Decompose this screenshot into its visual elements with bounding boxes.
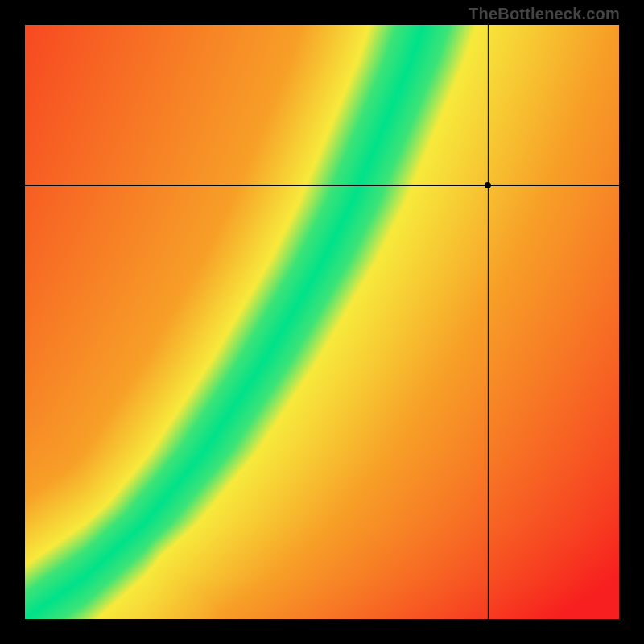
watermark-text: TheBottleneck.com bbox=[469, 5, 620, 23]
heatmap-plot bbox=[25, 25, 619, 619]
chart-container: TheBottleneck.com bbox=[0, 0, 644, 644]
heatmap-canvas bbox=[25, 25, 619, 619]
